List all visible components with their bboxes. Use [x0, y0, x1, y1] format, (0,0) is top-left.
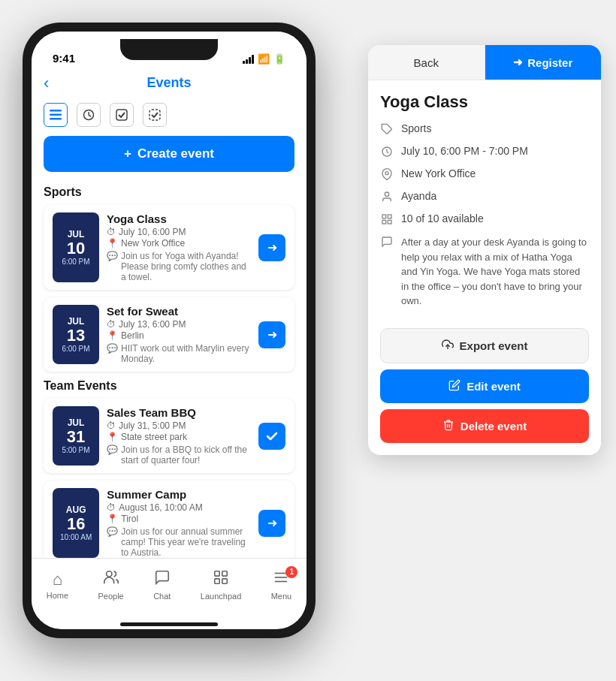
wifi-icon: 📶: [258, 53, 270, 65]
event-desc-sweat: 💬 HIIT work out with Marylin every Monda…: [107, 343, 251, 364]
event-desc-camp: 💬 Join us for our annual summer camp! Th…: [107, 526, 251, 558]
phone-notch: [120, 39, 218, 60]
event-card-sweat: Jul 13 6:00 PM Set for Sweat ⏱ July 13, …: [44, 297, 294, 372]
event-datetime-yoga: ⏱ July 10, 6:00 PM: [107, 227, 251, 237]
comment-icon-4: 💬: [107, 526, 118, 537]
event-desc-bbq: 💬 Join us for a BBQ to kick off the star…: [107, 444, 251, 466]
detail-category-row: Sports: [380, 122, 589, 137]
event-date-yoga: Jul 10 6:00 PM: [53, 212, 99, 282]
home-indicator: [120, 622, 218, 626]
register-arrow-icon: ➜: [513, 56, 523, 69]
event-datetime-camp: ⏱ August 16, 10:00 AM: [107, 502, 251, 513]
svg-rect-12: [222, 578, 227, 583]
detail-host-row: Ayanda: [380, 190, 589, 205]
launchpad-icon: [213, 569, 229, 590]
detail-person-icon: [380, 191, 394, 205]
detail-description-row: After a day at your desk Ayanda is going…: [380, 235, 589, 309]
register-button-camp[interactable]: ➜: [258, 510, 285, 537]
clock-icon-3: ⏱: [107, 420, 116, 431]
toolbar: [32, 98, 306, 131]
events-list: Sports Jul 10 6:00 PM Yoga Class ⏱ July …: [32, 179, 306, 558]
location-icon-3: 📍: [107, 432, 118, 442]
event-card-yoga: Jul 10 6:00 PM Yoga Class ⏱ July 10, 6:0…: [44, 205, 294, 290]
comment-icon-3: 💬: [107, 444, 118, 455]
event-location-yoga: 📍 New York Office: [107, 238, 251, 249]
svg-rect-21: [388, 215, 391, 218]
section-title-sports: Sports: [44, 185, 294, 199]
nav-chat[interactable]: Chat: [153, 569, 171, 601]
detail-clock-icon: [380, 146, 394, 160]
event-date-bbq: Jul 31 5:00 PM: [53, 406, 99, 466]
svg-line-5: [89, 116, 91, 117]
location-icon: 📍: [107, 238, 118, 249]
event-date-camp: Aug 16 10:00 AM: [53, 488, 99, 558]
home-icon: ⌂: [53, 570, 62, 589]
bottom-navigation: ⌂ Home People Chat Launchpad: [32, 558, 306, 618]
svg-rect-9: [215, 571, 219, 575]
event-desc-yoga: 💬 Join us for Yoga with Ayanda! Please b…: [107, 251, 251, 282]
delete-event-button[interactable]: Delete event: [380, 409, 589, 443]
svg-point-8: [106, 571, 111, 576]
event-date-sweat: Jul 13 6:00 PM: [53, 305, 99, 364]
status-time: 9:41: [53, 52, 75, 65]
event-card-bbq: Jul 31 5:00 PM Sales Team BBQ ⏱ July 31,…: [44, 399, 294, 473]
clock-view-button[interactable]: [77, 103, 101, 127]
clock-icon-2: ⏱: [107, 319, 116, 330]
edit-event-button[interactable]: Edit event: [380, 369, 589, 403]
check-view-button[interactable]: [110, 103, 134, 127]
event-content-camp: Summer Camp ⏱ August 16, 10:00 AM 📍 Tiro…: [107, 488, 251, 558]
nav-people[interactable]: People: [98, 569, 123, 601]
clock-icon: ⏱: [107, 227, 116, 237]
svg-rect-22: [382, 220, 386, 224]
nav-menu[interactable]: 1 Menu: [271, 569, 292, 601]
event-card-camp: Aug 16 10:00 AM Summer Camp ⏱ August 16,…: [44, 481, 294, 558]
svg-point-18: [385, 172, 388, 175]
phone-screen: 9:41 📶 🔋 ‹ Events: [32, 32, 306, 629]
detail-availability-row: 10 of 10 available: [380, 212, 589, 228]
battery-icon: 🔋: [273, 53, 285, 65]
chat-icon: [154, 569, 171, 590]
svg-rect-2: [50, 118, 62, 120]
section-title-team: Team Events: [44, 379, 294, 393]
alt-check-button[interactable]: [143, 103, 167, 127]
event-content-yoga: Yoga Class ⏱ July 10, 6:00 PM 📍 New York…: [107, 212, 251, 282]
svg-rect-6: [116, 110, 127, 120]
register-button-yoga[interactable]: ➜: [258, 234, 285, 261]
page-title: Events: [146, 75, 191, 91]
detail-body: Yoga Class Sports July 10, 6:00 PM - 7:0…: [368, 80, 601, 328]
nav-home[interactable]: ⌂ Home: [47, 570, 68, 600]
export-event-button[interactable]: Export event: [380, 328, 589, 363]
detail-comment-icon: [380, 236, 394, 250]
detail-actions: Export event Edit event Delete event: [368, 328, 601, 455]
detail-location-icon: [380, 168, 394, 182]
detail-seats-icon: [380, 213, 394, 228]
event-datetime-bbq: ⏱ July 31, 5:00 PM: [107, 420, 251, 431]
event-location-bbq: 📍 State street park: [107, 432, 251, 442]
event-location-camp: 📍 Tirol: [107, 514, 251, 524]
edit-icon: [448, 379, 460, 393]
comment-icon: 💬: [107, 251, 118, 261]
detail-back-button[interactable]: Back: [368, 45, 485, 80]
phone-device: 9:41 📶 🔋 ‹ Events: [23, 23, 316, 638]
event-content-bbq: Sales Team BBQ ⏱ July 31, 5:00 PM 📍 Stat…: [107, 406, 251, 466]
checked-button-bbq[interactable]: [258, 423, 285, 450]
detail-register-button[interactable]: ➜ Register: [485, 45, 602, 80]
app-header: ‹ Events: [32, 69, 306, 98]
detail-datetime-row: July 10, 6:00 PM - 7:00 PM: [380, 145, 589, 160]
nav-launchpad[interactable]: Launchpad: [201, 569, 241, 601]
back-button[interactable]: ‹: [44, 74, 49, 93]
register-button-sweat[interactable]: ➜: [258, 321, 285, 348]
svg-rect-20: [382, 215, 386, 218]
detail-event-title: Yoga Class: [380, 92, 589, 112]
svg-rect-1: [50, 114, 62, 116]
svg-rect-7: [149, 110, 160, 120]
menu-badge: 1: [285, 566, 297, 578]
svg-rect-10: [222, 571, 227, 575]
plus-icon: +: [124, 146, 131, 161]
svg-point-19: [385, 192, 388, 196]
clock-icon-4: ⏱: [107, 502, 116, 513]
tag-icon: [380, 123, 394, 137]
create-event-button[interactable]: + Create event: [44, 136, 294, 172]
svg-rect-23: [388, 220, 391, 224]
list-view-button[interactable]: [44, 103, 68, 127]
